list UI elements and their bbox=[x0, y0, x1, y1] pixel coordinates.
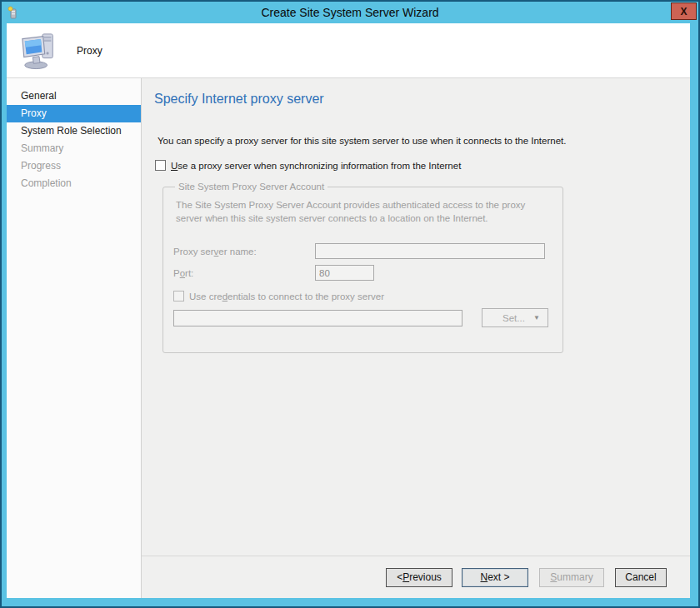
wizard-page-column: Specify Internet proxy server You can sp… bbox=[142, 78, 690, 598]
wizard-step-title: Proxy bbox=[77, 45, 102, 57]
next-button[interactable]: Next > bbox=[462, 568, 528, 587]
use-proxy-label[interactable]: Use a proxy server when synchronizing in… bbox=[171, 161, 461, 171]
wizard-body: General Proxy System Role Selection Summ… bbox=[7, 78, 690, 598]
nav-item-proxy[interactable]: Proxy bbox=[7, 105, 141, 122]
wizard-header: Proxy bbox=[7, 23, 690, 78]
nav-item-progress: Progress bbox=[7, 157, 141, 175]
wizard-footer: < Previous Next > Summary Cancel bbox=[142, 556, 690, 598]
proxy-account-group: Site System Proxy Server Account The Sit… bbox=[162, 182, 563, 353]
use-credentials-row: Use credentials to connect to the proxy … bbox=[173, 291, 552, 302]
proxy-account-description: The Site System Proxy Server Account pro… bbox=[176, 198, 552, 225]
set-account-button[interactable]: Set... ▼ bbox=[482, 308, 548, 327]
port-label: Port: bbox=[173, 268, 315, 278]
set-account-button-label: Set... bbox=[502, 313, 525, 323]
port-row: Port: bbox=[173, 265, 552, 281]
credentials-account-row: Set... ▼ bbox=[173, 308, 552, 327]
titlebar: Create Site System Server Wizard X bbox=[2, 2, 698, 23]
credentials-account-input[interactable] bbox=[173, 310, 462, 326]
nav-item-summary: Summary bbox=[7, 140, 141, 157]
use-proxy-checkbox[interactable] bbox=[155, 160, 166, 171]
wizard-window: Create Site System Server Wizard X Proxy bbox=[0, 0, 700, 608]
port-input[interactable] bbox=[315, 265, 374, 281]
page-title: Specify Internet proxy server bbox=[154, 92, 690, 107]
use-proxy-row: Use a proxy server when synchronizing in… bbox=[155, 160, 690, 171]
computer-icon bbox=[20, 32, 58, 70]
use-credentials-label: Use credentials to connect to the proxy … bbox=[189, 292, 384, 302]
use-credentials-checkbox[interactable] bbox=[173, 291, 184, 302]
window-title: Create Site System Server Wizard bbox=[2, 6, 698, 19]
cancel-button[interactable]: Cancel bbox=[615, 568, 667, 587]
proxy-name-row: Proxy server name: bbox=[173, 243, 552, 259]
proxy-server-name-input[interactable] bbox=[315, 243, 545, 259]
close-icon: X bbox=[680, 6, 687, 17]
chevron-down-icon: ▼ bbox=[533, 314, 540, 321]
proxy-account-group-legend: Site System Proxy Server Account bbox=[175, 182, 328, 192]
page-intro-text: You can specify a proxy server for this … bbox=[158, 136, 690, 146]
summary-button: Summary bbox=[539, 568, 604, 587]
previous-button[interactable]: < Previous bbox=[386, 568, 452, 587]
proxy-page: Specify Internet proxy server You can sp… bbox=[142, 78, 690, 556]
nav-item-completion: Completion bbox=[7, 175, 141, 192]
proxy-name-label: Proxy server name: bbox=[173, 247, 315, 257]
nav-item-general[interactable]: General bbox=[7, 87, 141, 105]
close-button[interactable]: X bbox=[671, 2, 697, 20]
window-frame: Proxy General Proxy System Role Selectio… bbox=[2, 23, 698, 606]
wizard-nav: General Proxy System Role Selection Summ… bbox=[7, 78, 142, 598]
nav-item-system-role-selection[interactable]: System Role Selection bbox=[7, 122, 141, 140]
